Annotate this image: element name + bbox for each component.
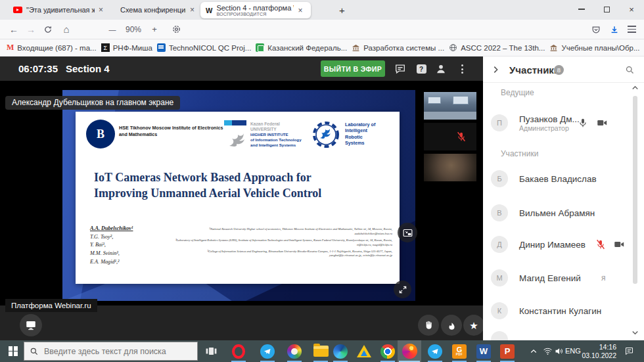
search-icon[interactable] [625,65,635,75]
reload-button[interactable] [41,20,55,39]
scrollbar-thumb[interactable] [633,96,637,284]
start-button[interactable] [3,340,24,362]
tab-schema[interactable]: Схема конфиренции и онлайн × [120,0,195,20]
tab-title: Section 4 - платформа Webinar [216,4,294,12]
windows-taskbar: GPDF W P ENG 14:16 03.10.2022 [0,340,644,362]
lirs-line: Intelligent [345,127,375,133]
participants-button[interactable] [434,62,448,76]
more-options-button[interactable] [455,62,469,76]
browser-nav-bar: ← → ⌂ — 90% + https://events.webinar.ru/… [0,20,644,39]
tab-close-icon[interactable]: × [190,5,195,14]
tray-volume-button[interactable] [551,340,566,362]
forward-button[interactable]: → [24,20,38,39]
window-close-button[interactable]: × [620,0,643,18]
screen-share-button[interactable] [20,314,42,336]
taskbar-edge[interactable] [329,340,352,362]
opera-icon [232,344,245,359]
raise-hand-button[interactable] [418,315,439,336]
taskbar-word[interactable]: W [472,340,495,362]
window-minimize-button[interactable] [570,0,593,18]
person-icon [435,63,447,75]
kfu-line: of Information Technology [250,137,302,143]
video-thumbnail-person[interactable] [424,154,476,181]
video-thumbnail-muted[interactable] [424,123,476,150]
bookmark-kazan[interactable]: Казанский Федераль... [256,43,347,52]
back-button[interactable]: ← [7,20,21,39]
tab-webinar-active[interactable]: W Section 4 - платформа Webinar ВОСПРОИЗ… [200,2,311,18]
clock-time: 14:16 [578,343,616,351]
speaker-icon [554,346,564,356]
help-button[interactable]: ? [414,62,428,76]
bookmark-label: Казанский Федераль... [267,44,347,52]
bookmark-label: TechnoNICOL QC Proj... [169,44,251,52]
taskbar-search-input[interactable] [44,347,182,356]
taskbar-firefox-active[interactable] [398,340,421,362]
participant-name: Вильмен Абрамян [519,208,595,218]
bookmarks-bar: MВходящие (687) - ma... ΣРНФ-Миша Techno… [0,39,644,57]
zoom-level[interactable]: 90% [122,20,145,39]
extension-gear-button[interactable] [168,20,184,39]
hosts-section-label: Ведущие [501,88,534,97]
fullscreen-button[interactable] [394,281,411,298]
firefox-icon [402,344,417,359]
scroll-up-icon[interactable] [631,84,639,92]
bookmark-uchebnye[interactable]: Учебные планы\Обр... [549,43,639,52]
taskbar-telegram[interactable] [256,340,279,362]
bookmark-gmail[interactable]: MВходящие (687) - ma... [7,43,97,53]
taskbar-telegram-2[interactable] [423,340,447,362]
kfu-line: and Intelligent Systems [250,143,302,148]
participant-name: Пузанков Дм... [519,114,580,124]
downloads-button[interactable] [607,20,622,39]
mic-muted-icon[interactable] [595,238,607,250]
home-button[interactable]: ⌂ [59,20,74,39]
bookmark-technonicol[interactable]: TechnoNICOL QC Proj... [157,43,251,52]
taskbar-delta-app[interactable] [352,340,376,362]
scroll-down-icon[interactable] [631,328,639,336]
tab-close-icon[interactable]: × [298,6,302,15]
taskbar-gom-pdf[interactable]: GPDF [448,340,471,362]
presentation-slide: В HSE Tikhonov Moscow Institute of Elect… [76,112,400,284]
picture-in-picture-button[interactable] [398,223,417,242]
avatar: М [491,269,508,286]
author: Y. Bai³, [90,241,133,250]
lirs-logo [311,120,341,150]
star-reaction-button[interactable]: ★ [463,315,484,336]
webinar-title[interactable]: Section 4 [66,63,110,74]
tray-clock[interactable]: 14:16 03.10.2022 [578,343,616,360]
taskbar-powerpoint[interactable]: P [495,340,519,362]
bookmark-razrabotka[interactable]: Разработка системы ... [352,43,444,52]
pdf-app-sub: PDF [456,353,463,357]
camera-icon[interactable] [613,238,625,250]
slide-title: IoT Cameras Network Based Approach for I… [94,170,321,202]
video-thumbnail-control-room[interactable] [424,92,476,120]
taskbar-search[interactable] [24,342,198,361]
bookmark-label: Разработка системы ... [363,44,444,52]
taskbar-opera[interactable] [227,340,250,362]
task-view-button[interactable] [199,340,223,362]
collapse-chevron-icon[interactable] [491,65,500,74]
taskbar-paint[interactable] [283,340,306,362]
taskbar-chrome[interactable] [376,340,400,362]
star-icon: ★ [469,321,478,330]
leave-broadcast-button[interactable]: ВЫЙТИ В ЭФИР [321,60,385,77]
bookmark-rnf[interactable]: ΣРНФ-Миша [101,43,152,52]
tab-close-icon[interactable]: × [99,5,103,14]
window-restore-button[interactable] [595,0,618,18]
tab-title: Схема конфиренции и онлайн [120,6,186,14]
zoom-in-button[interactable]: + [149,20,160,39]
webinar-header: 06:07:35 Section 4 ВЫЙТИ В ЭФИР ? [0,57,483,81]
menu-button[interactable] [624,20,639,39]
kfu-line: Kazan Federal [250,122,302,127]
camera-icon[interactable] [596,117,608,129]
mic-icon[interactable] [577,117,589,129]
bookmark-ascc[interactable]: ASCC 2022 – The 13th... [449,43,545,52]
chat-button[interactable] [393,62,407,76]
action-center-button[interactable] [619,340,639,362]
zoom-out-button[interactable]: — [106,20,118,39]
new-tab-button[interactable]: + [339,0,345,20]
clock-date: 03.10.2022 [578,351,616,360]
tab-youtube[interactable]: "Эта удивительная жизнь" - Po × [13,0,103,20]
fire-reaction-button[interactable] [441,315,462,336]
participants-sidebar: Участники 8 Ведущие П Пузанков Дм... Адм… [483,57,644,340]
pocket-button[interactable] [589,20,603,39]
